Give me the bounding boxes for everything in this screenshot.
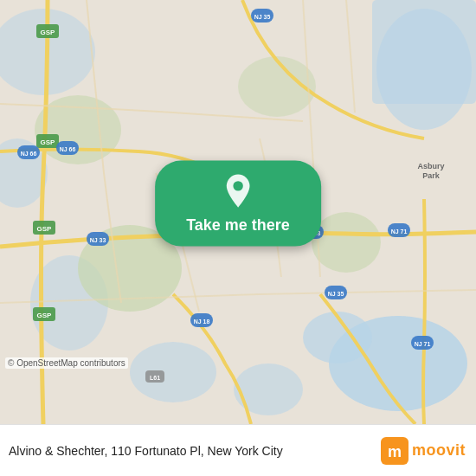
svg-text:NJ 33: NJ 33 xyxy=(90,237,106,243)
svg-text:NJ 35: NJ 35 xyxy=(328,291,344,297)
svg-text:GSP: GSP xyxy=(37,225,53,233)
cta-label-text: Take me there xyxy=(186,216,290,235)
svg-text:NJ 71: NJ 71 xyxy=(415,341,431,347)
svg-point-9 xyxy=(234,363,303,415)
location-pin-icon xyxy=(222,173,254,209)
moovit-icon: m xyxy=(381,437,408,465)
cta-overlay: Take me there xyxy=(155,161,321,247)
bottom-bar: Alvino & Shechter, 110 Fortunato Pl, New… xyxy=(0,424,476,476)
moovit-text: moovit xyxy=(412,441,466,460)
svg-text:NJ 18: NJ 18 xyxy=(194,318,210,325)
svg-point-11 xyxy=(312,212,381,273)
svg-text:NJ 66: NJ 66 xyxy=(21,151,37,157)
map-container: GSP GSP GSP GSP NJ 35 NJ 66 NJ 66 NJ 33 … xyxy=(0,0,476,424)
svg-point-46 xyxy=(233,181,242,190)
svg-point-4 xyxy=(376,9,472,130)
svg-text:NJ 71: NJ 71 xyxy=(391,228,408,235)
svg-text:NJ 66: NJ 66 xyxy=(60,146,76,152)
take-me-there-button[interactable]: Take me there xyxy=(155,161,321,247)
svg-text:GSP: GSP xyxy=(37,312,53,319)
svg-text:m: m xyxy=(388,443,402,460)
svg-text:Asbury: Asbury xyxy=(417,162,444,170)
svg-text:GSP: GSP xyxy=(41,29,56,36)
address-text: Alvino & Shechter, 110 Fortunato Pl, New… xyxy=(9,444,381,458)
svg-text:Park: Park xyxy=(422,171,441,180)
osm-credit: © OpenStreetMap contributors xyxy=(5,357,128,369)
svg-point-8 xyxy=(130,342,216,402)
svg-text:NJ 35: NJ 35 xyxy=(254,14,271,20)
moovit-logo: m moovit xyxy=(381,437,466,465)
svg-text:GSP: GSP xyxy=(41,138,56,146)
svg-text:L61: L61 xyxy=(150,375,160,381)
